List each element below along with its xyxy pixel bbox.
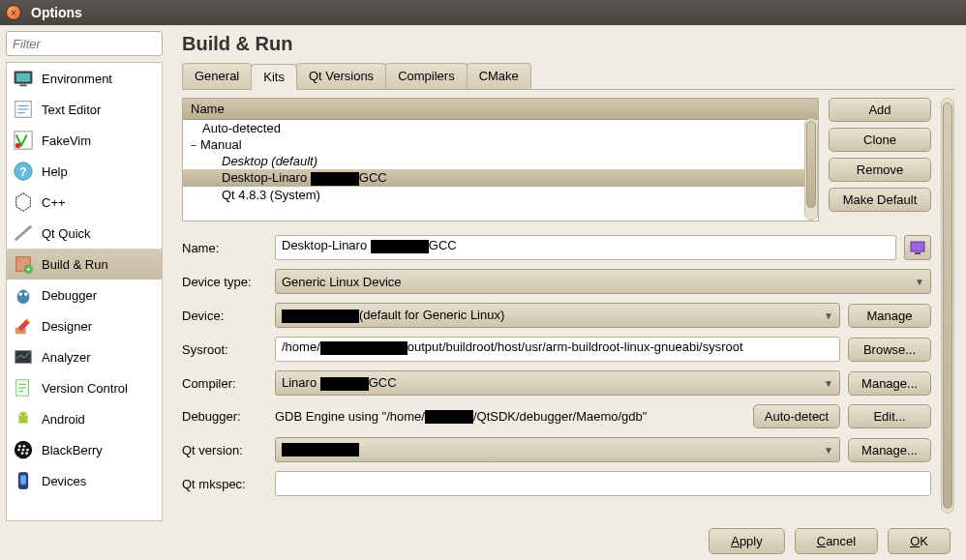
kits-column-header[interactable]: Name — [183, 99, 818, 120]
tab-cmake[interactable]: CMake — [467, 63, 531, 89]
svg-point-23 — [17, 449, 20, 452]
svg-point-8 — [15, 143, 21, 149]
ok-button[interactable]: OK — [888, 528, 951, 554]
device-icon — [910, 240, 925, 255]
tab-general[interactable]: General — [182, 63, 252, 89]
build-run-icon — [13, 253, 34, 275]
qt-mkspec-input[interactable] — [275, 471, 931, 496]
sidebar-item-qt-quick[interactable]: Qt Quick — [7, 218, 162, 249]
cancel-button[interactable]: Cancel — [795, 528, 878, 554]
kit-row-desktop-linaro[interactable]: Desktop-Linaro GCC — [183, 169, 818, 187]
device-type-select[interactable]: Generic Linux Device▼ — [275, 269, 931, 294]
blackberry-icon — [13, 439, 34, 460]
compiler-select[interactable]: Linaro GCC▼ — [275, 370, 840, 396]
dialog-footer: Apply Cancel OK — [0, 521, 966, 560]
svg-point-27 — [25, 452, 28, 455]
sysroot-input[interactable]: /home/output/buildroot/host/usr/arm-buil… — [275, 337, 840, 362]
sidebar-item-analyzer[interactable]: Analyzer — [7, 341, 162, 372]
android-icon — [13, 408, 34, 429]
monitor-icon — [13, 68, 34, 89]
sidebar-item-environment[interactable]: Environment — [7, 63, 162, 94]
window-title: Options — [31, 5, 82, 20]
svg-point-21 — [18, 445, 21, 448]
fakevim-icon — [13, 130, 34, 151]
sidebar-item-label: BlackBerry — [42, 443, 103, 457]
tab-bar: General Kits Qt Versions Compilers CMake — [182, 63, 954, 90]
sidebar-item-label: Help — [42, 164, 68, 179]
remove-button[interactable]: Remove — [829, 158, 931, 182]
redacted-text — [320, 341, 408, 355]
clone-button[interactable]: Clone — [829, 128, 931, 152]
name-label: Name: — [182, 241, 267, 255]
debugger-edit-button[interactable]: Edit... — [848, 404, 931, 428]
kit-row-qt-system[interactable]: Qt 4.8.3 (System) — [183, 187, 818, 203]
sidebar-item-label: Devices — [42, 474, 86, 488]
devices-icon — [13, 470, 34, 491]
compiler-label: Compiler: — [182, 376, 267, 391]
svg-rect-1 — [16, 74, 31, 82]
redacted-text — [311, 172, 359, 186]
sidebar-item-label: Qt Quick — [42, 226, 91, 241]
kit-row-desktop-default[interactable]: Desktop (default) — [183, 153, 818, 169]
svg-point-14 — [24, 292, 28, 296]
sysroot-label: Sysroot: — [182, 342, 267, 357]
add-button[interactable]: Add — [829, 98, 931, 122]
sidebar-item-label: Build & Run — [42, 257, 108, 272]
category-list: Environment Text Editor FakeVim ?Help C+… — [6, 62, 163, 521]
sidebar-item-cpp[interactable]: C++ — [7, 187, 162, 218]
sidebar-item-label: Analyzer — [42, 350, 91, 365]
svg-rect-29 — [20, 476, 26, 485]
main-scrollbar[interactable] — [941, 98, 954, 514]
make-default-button[interactable]: Make Default — [829, 188, 931, 212]
kit-group-manual[interactable]: −Manual — [183, 136, 818, 153]
kit-icon-button[interactable] — [904, 235, 931, 260]
kits-tree[interactable]: Name Auto-detected −Manual Desktop (defa… — [182, 98, 819, 221]
debugger-value: GDB Engine using "/home//QtSDK/debugger/… — [275, 409, 745, 425]
tab-qt-versions[interactable]: Qt Versions — [296, 63, 386, 89]
text-editor-icon — [13, 99, 34, 120]
filter-input[interactable] — [6, 31, 163, 56]
device-select[interactable]: (default for Generic Linux)▼ — [275, 303, 840, 328]
sidebar-item-blackberry[interactable]: BlackBerry — [7, 434, 162, 465]
svg-point-12 — [17, 290, 30, 305]
svg-point-22 — [23, 445, 26, 448]
kit-group-auto-detected[interactable]: Auto-detected — [183, 120, 818, 136]
compiler-manage-button[interactable]: Manage... — [848, 371, 931, 396]
sidebar-item-devices[interactable]: Devices — [7, 465, 162, 496]
collapse-icon[interactable]: − — [189, 139, 198, 151]
device-manage-button[interactable]: Manage — [848, 304, 931, 328]
qt-version-manage-button[interactable]: Manage... — [848, 438, 931, 462]
sidebar-item-label: FakeVim — [42, 133, 91, 148]
version-control-icon — [13, 377, 34, 398]
sidebar-item-help[interactable]: ?Help — [7, 156, 162, 187]
device-type-label: Device type: — [182, 275, 267, 289]
name-input[interactable]: Desktop-Linaro GCC — [275, 235, 896, 260]
window-close-button[interactable]: × — [6, 5, 21, 20]
qt-mkspec-label: Qt mkspec: — [182, 477, 267, 491]
sidebar-item-text-editor[interactable]: Text Editor — [7, 94, 162, 125]
tab-compilers[interactable]: Compilers — [385, 63, 468, 89]
tab-kits[interactable]: Kits — [251, 64, 297, 90]
svg-point-24 — [22, 449, 25, 452]
svg-point-25 — [26, 449, 29, 452]
sidebar-item-designer[interactable]: Designer — [7, 310, 162, 341]
dropdown-arrow-icon: ▼ — [824, 310, 833, 321]
qt-version-select[interactable]: ▼ — [275, 437, 840, 462]
sidebar-item-fakevim[interactable]: FakeVim — [7, 125, 162, 156]
kits-scrollbar[interactable] — [804, 118, 818, 221]
sidebar-item-label: Android — [42, 412, 85, 427]
sidebar-item-android[interactable]: Android — [7, 403, 162, 434]
sysroot-browse-button[interactable]: Browse... — [848, 338, 931, 362]
debugger-icon — [13, 284, 34, 306]
sidebar-item-build-run[interactable]: Build & Run — [7, 249, 162, 280]
kit-form: Name: Desktop-Linaro GCC Device type: Ge… — [182, 235, 931, 505]
svg-rect-31 — [915, 252, 921, 254]
sidebar-item-version-control[interactable]: Version Control — [7, 372, 162, 403]
titlebar: × Options — [0, 0, 966, 25]
debugger-auto-detect-button[interactable]: Auto-detect — [753, 404, 840, 428]
dropdown-arrow-icon: ▼ — [824, 445, 833, 456]
apply-button[interactable]: Apply — [709, 528, 785, 554]
svg-point-19 — [25, 414, 27, 416]
sidebar-item-label: Environment — [42, 72, 112, 86]
sidebar-item-debugger[interactable]: Debugger — [7, 280, 162, 310]
